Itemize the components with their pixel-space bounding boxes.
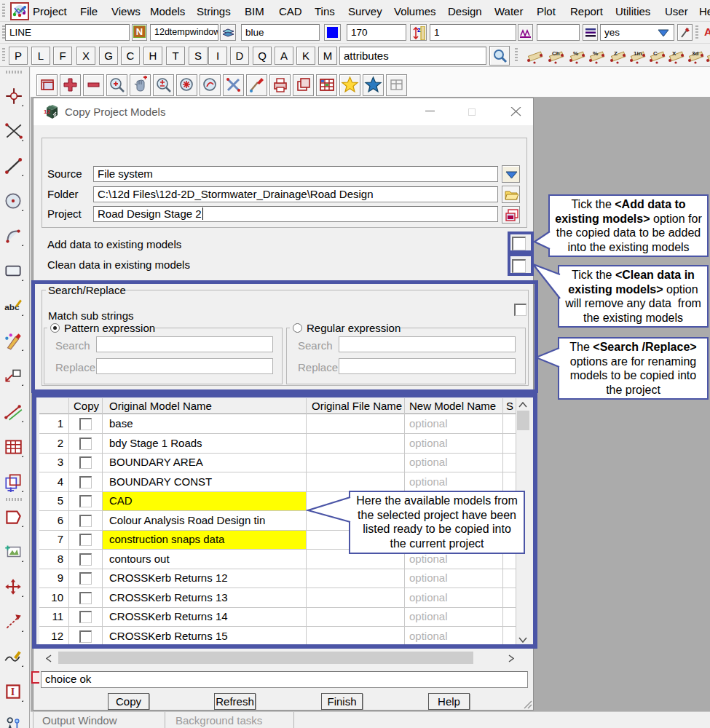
svg-text:Ch: Ch [552, 50, 560, 57]
svg-text:Z: Z [614, 50, 618, 57]
svg-text:z: z [417, 26, 421, 33]
svg-text:12: 12 [44, 108, 50, 115]
svg-text:3d: 3d [692, 50, 698, 57]
svg-text:C: C [653, 50, 658, 57]
svg-text:I: I [11, 687, 15, 697]
svg-text:1in: 1in [634, 50, 642, 57]
svg-text:%: % [593, 50, 598, 57]
svg-text:%: % [573, 50, 578, 57]
svg-text:X: X [672, 50, 677, 57]
